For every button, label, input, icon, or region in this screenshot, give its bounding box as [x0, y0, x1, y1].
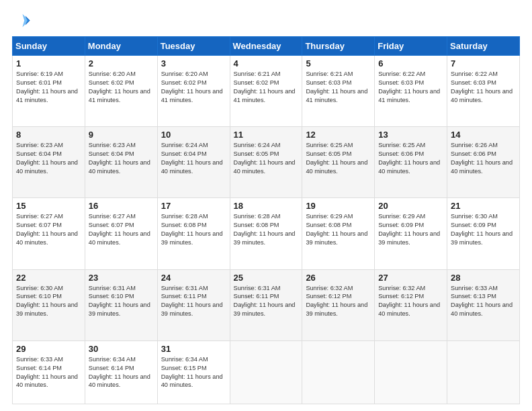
table-row: 5 Sunrise: 6:21 AMSunset: 6:03 PMDayligh… [302, 56, 375, 127]
day-number: 24 [161, 273, 226, 283]
table-row: 1 Sunrise: 6:19 AMSunset: 6:01 PMDayligh… [13, 56, 85, 127]
table-row: 18 Sunrise: 6:28 AMSunset: 6:08 PMDaylig… [230, 198, 302, 269]
day-info: Sunrise: 6:28 AMSunset: 6:08 PMDaylight:… [161, 213, 223, 246]
table-row: 23 Sunrise: 6:31 AMSunset: 6:10 PMDaylig… [85, 269, 157, 340]
day-number: 18 [234, 201, 299, 211]
day-info: Sunrise: 6:24 AMSunset: 6:05 PMDaylight:… [234, 142, 296, 175]
day-info: Sunrise: 6:27 AMSunset: 6:07 PMDaylight:… [16, 213, 78, 246]
day-number: 31 [161, 344, 226, 354]
table-row: 11 Sunrise: 6:24 AMSunset: 6:05 PMDaylig… [230, 127, 302, 198]
col-friday: Friday [375, 37, 447, 56]
table-row: 7 Sunrise: 6:22 AMSunset: 6:03 PMDayligh… [447, 56, 520, 127]
logo-icon [12, 12, 31, 31]
table-row: 19 Sunrise: 6:29 AMSunset: 6:08 PMDaylig… [302, 198, 375, 269]
svg-marker-1 [22, 14, 29, 28]
table-row: 16 Sunrise: 6:27 AMSunset: 6:07 PMDaylig… [85, 198, 157, 269]
table-row: 28 Sunrise: 6:33 AMSunset: 6:13 PMDaylig… [447, 269, 520, 340]
day-number: 5 [306, 58, 371, 68]
day-number: 10 [161, 130, 226, 140]
table-row: 2 Sunrise: 6:20 AMSunset: 6:02 PMDayligh… [85, 56, 157, 127]
day-number: 15 [16, 201, 81, 211]
day-number: 9 [89, 130, 154, 140]
day-info: Sunrise: 6:31 AMSunset: 6:11 PMDaylight:… [234, 285, 296, 318]
header [12, 12, 520, 31]
table-row: 4 Sunrise: 6:21 AMSunset: 6:02 PMDayligh… [230, 56, 302, 127]
table-row: 21 Sunrise: 6:30 AMSunset: 6:09 PMDaylig… [447, 198, 520, 269]
day-number: 1 [16, 58, 81, 68]
day-number: 23 [89, 273, 154, 283]
day-number: 8 [16, 130, 81, 140]
table-row [230, 340, 302, 404]
day-number: 21 [451, 201, 516, 211]
table-row: 15 Sunrise: 6:27 AMSunset: 6:07 PMDaylig… [13, 198, 85, 269]
table-row: 12 Sunrise: 6:25 AMSunset: 6:05 PMDaylig… [302, 127, 375, 198]
day-info: Sunrise: 6:27 AMSunset: 6:07 PMDaylight:… [89, 213, 150, 246]
day-info: Sunrise: 6:34 AMSunset: 6:14 PMDaylight:… [89, 356, 150, 389]
day-info: Sunrise: 6:22 AMSunset: 6:03 PMDaylight:… [451, 71, 513, 103]
day-number: 22 [16, 273, 81, 283]
day-info: Sunrise: 6:23 AMSunset: 6:04 PMDaylight:… [16, 142, 78, 175]
col-saturday: Saturday [447, 37, 520, 56]
table-row: 31 Sunrise: 6:34 AMSunset: 6:15 PMDaylig… [157, 340, 230, 404]
table-row: 6 Sunrise: 6:22 AMSunset: 6:03 PMDayligh… [375, 56, 447, 127]
day-info: Sunrise: 6:34 AMSunset: 6:15 PMDaylight:… [161, 356, 223, 389]
day-number: 3 [161, 58, 226, 68]
col-sunday: Sunday [13, 37, 85, 56]
day-info: Sunrise: 6:22 AMSunset: 6:03 PMDaylight:… [378, 71, 440, 103]
day-info: Sunrise: 6:25 AMSunset: 6:06 PMDaylight:… [378, 142, 440, 175]
day-info: Sunrise: 6:28 AMSunset: 6:08 PMDaylight:… [234, 213, 296, 246]
table-row: 29 Sunrise: 6:33 AMSunset: 6:14 PMDaylig… [13, 340, 85, 404]
day-info: Sunrise: 6:29 AMSunset: 6:08 PMDaylight:… [306, 213, 367, 246]
table-row: 3 Sunrise: 6:20 AMSunset: 6:02 PMDayligh… [157, 56, 230, 127]
day-number: 27 [378, 273, 443, 283]
col-tuesday: Tuesday [157, 37, 230, 56]
day-number: 16 [89, 201, 154, 211]
col-thursday: Thursday [302, 37, 375, 56]
table-row: 20 Sunrise: 6:29 AMSunset: 6:09 PMDaylig… [375, 198, 447, 269]
day-info: Sunrise: 6:33 AMSunset: 6:13 PMDaylight:… [451, 285, 513, 318]
day-number: 7 [451, 58, 516, 68]
day-info: Sunrise: 6:20 AMSunset: 6:02 PMDaylight:… [161, 71, 223, 103]
day-number: 6 [378, 58, 443, 68]
table-row: 14 Sunrise: 6:26 AMSunset: 6:06 PMDaylig… [447, 127, 520, 198]
day-info: Sunrise: 6:29 AMSunset: 6:09 PMDaylight:… [378, 213, 440, 246]
day-info: Sunrise: 6:20 AMSunset: 6:02 PMDaylight:… [89, 71, 150, 103]
table-row: 10 Sunrise: 6:24 AMSunset: 6:04 PMDaylig… [157, 127, 230, 198]
day-info: Sunrise: 6:25 AMSunset: 6:05 PMDaylight:… [306, 142, 367, 175]
day-number: 29 [16, 344, 81, 354]
day-info: Sunrise: 6:19 AMSunset: 6:01 PMDaylight:… [16, 71, 78, 103]
day-info: Sunrise: 6:24 AMSunset: 6:04 PMDaylight:… [161, 142, 223, 175]
day-info: Sunrise: 6:32 AMSunset: 6:12 PMDaylight:… [378, 285, 440, 318]
day-number: 28 [451, 273, 516, 283]
day-info: Sunrise: 6:30 AMSunset: 6:09 PMDaylight:… [451, 213, 513, 246]
day-number: 19 [306, 201, 371, 211]
table-row [447, 340, 520, 404]
day-number: 17 [161, 201, 226, 211]
calendar-table: Sunday Monday Tuesday Wednesday Thursday… [12, 36, 520, 404]
table-row: 27 Sunrise: 6:32 AMSunset: 6:12 PMDaylig… [375, 269, 447, 340]
day-number: 11 [234, 130, 299, 140]
table-row: 25 Sunrise: 6:31 AMSunset: 6:11 PMDaylig… [230, 269, 302, 340]
table-row: 13 Sunrise: 6:25 AMSunset: 6:06 PMDaylig… [375, 127, 447, 198]
day-info: Sunrise: 6:30 AMSunset: 6:10 PMDaylight:… [16, 285, 78, 318]
col-monday: Monday [85, 37, 157, 56]
table-row: 24 Sunrise: 6:31 AMSunset: 6:11 PMDaylig… [157, 269, 230, 340]
col-wednesday: Wednesday [230, 37, 302, 56]
page: Sunday Monday Tuesday Wednesday Thursday… [0, 0, 532, 411]
day-info: Sunrise: 6:32 AMSunset: 6:12 PMDaylight:… [306, 285, 367, 318]
table-row: 26 Sunrise: 6:32 AMSunset: 6:12 PMDaylig… [302, 269, 375, 340]
table-row [375, 340, 447, 404]
day-number: 26 [306, 273, 371, 283]
day-number: 20 [378, 201, 443, 211]
day-info: Sunrise: 6:21 AMSunset: 6:02 PMDaylight:… [234, 71, 296, 103]
calendar-header-row: Sunday Monday Tuesday Wednesday Thursday… [13, 37, 520, 56]
day-info: Sunrise: 6:31 AMSunset: 6:11 PMDaylight:… [161, 285, 223, 318]
table-row: 17 Sunrise: 6:28 AMSunset: 6:08 PMDaylig… [157, 198, 230, 269]
table-row: 8 Sunrise: 6:23 AMSunset: 6:04 PMDayligh… [13, 127, 85, 198]
day-number: 12 [306, 130, 371, 140]
logo [12, 12, 32, 31]
day-number: 14 [451, 130, 516, 140]
day-info: Sunrise: 6:26 AMSunset: 6:06 PMDaylight:… [451, 142, 513, 175]
day-info: Sunrise: 6:23 AMSunset: 6:04 PMDaylight:… [89, 142, 150, 175]
day-number: 25 [234, 273, 299, 283]
